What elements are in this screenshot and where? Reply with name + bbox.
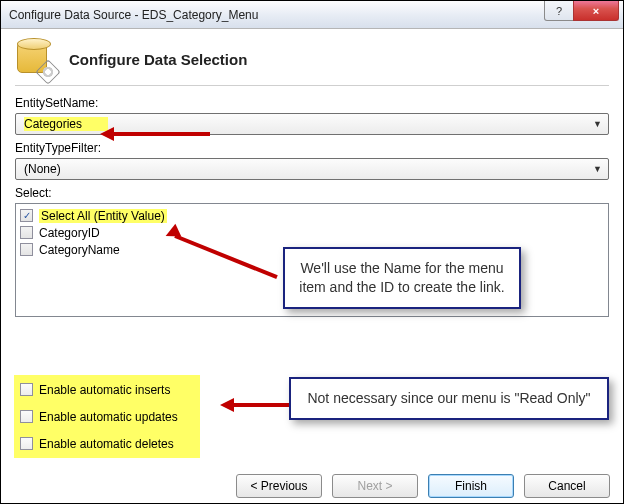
annotation-arrow — [220, 398, 290, 412]
annotation-arrow — [165, 226, 285, 276]
entity-set-label: EntitySetName: — [15, 96, 609, 110]
separator — [15, 85, 609, 86]
checkbox-icon[interactable] — [20, 243, 33, 256]
list-item-label: CategoryName — [39, 243, 120, 257]
help-button[interactable]: ? — [544, 1, 574, 21]
window-title: Configure Data Source - EDS_Category_Men… — [9, 8, 258, 22]
chevron-down-icon: ▼ — [593, 164, 602, 174]
select-label: Select: — [15, 186, 609, 200]
annotation-callout: Not necessary since our menu is "Read On… — [289, 377, 609, 420]
annotation-text: Not necessary since our menu is "Read On… — [307, 390, 590, 406]
finish-button[interactable]: Finish — [428, 474, 514, 498]
annotation-callout: We'll use the Name for the menu item and… — [283, 247, 521, 309]
list-item[interactable]: ✓ Select All (Entity Value) — [20, 207, 604, 224]
entity-type-label: EntityTypeFilter: — [15, 141, 609, 155]
enable-inserts-label: Enable automatic inserts — [39, 383, 170, 397]
list-item[interactable]: CategoryID — [20, 224, 604, 241]
checkbox-icon[interactable] — [20, 437, 33, 450]
enable-deletes-label: Enable automatic deletes — [39, 437, 174, 451]
list-item-label: CategoryID — [39, 226, 100, 240]
chevron-down-icon: ▼ — [593, 119, 602, 129]
annotation-text: We'll use the Name for the menu item and… — [299, 260, 504, 295]
title-bar: Configure Data Source - EDS_Category_Men… — [1, 1, 623, 29]
checkbox-icon[interactable] — [20, 226, 33, 239]
enable-updates-label: Enable automatic updates — [39, 410, 178, 424]
list-item-label: Select All (Entity Value) — [39, 209, 167, 223]
close-button[interactable]: × — [573, 1, 619, 21]
enable-updates-row[interactable]: Enable automatic updates — [20, 408, 178, 425]
wizard-button-row: < Previous Next > Finish Cancel — [0, 474, 624, 498]
enable-deletes-row[interactable]: Enable automatic deletes — [20, 435, 178, 452]
annotation-arrow — [100, 127, 210, 141]
checkbox-icon[interactable]: ✓ — [20, 209, 33, 222]
checkbox-icon[interactable] — [20, 383, 33, 396]
automatic-options-panel: Enable automatic inserts Enable automati… — [14, 375, 200, 458]
cancel-button[interactable]: Cancel — [524, 474, 610, 498]
page-title: Configure Data Selection — [69, 51, 247, 68]
database-icon — [15, 39, 55, 79]
entity-type-dropdown[interactable]: (None) ▼ — [15, 158, 609, 180]
checkbox-icon[interactable] — [20, 410, 33, 423]
entity-type-value: (None) — [24, 162, 61, 176]
entity-set-value: Categories — [24, 117, 108, 131]
enable-inserts-row[interactable]: Enable automatic inserts — [20, 381, 178, 398]
previous-button[interactable]: < Previous — [236, 474, 322, 498]
next-button: Next > — [332, 474, 418, 498]
